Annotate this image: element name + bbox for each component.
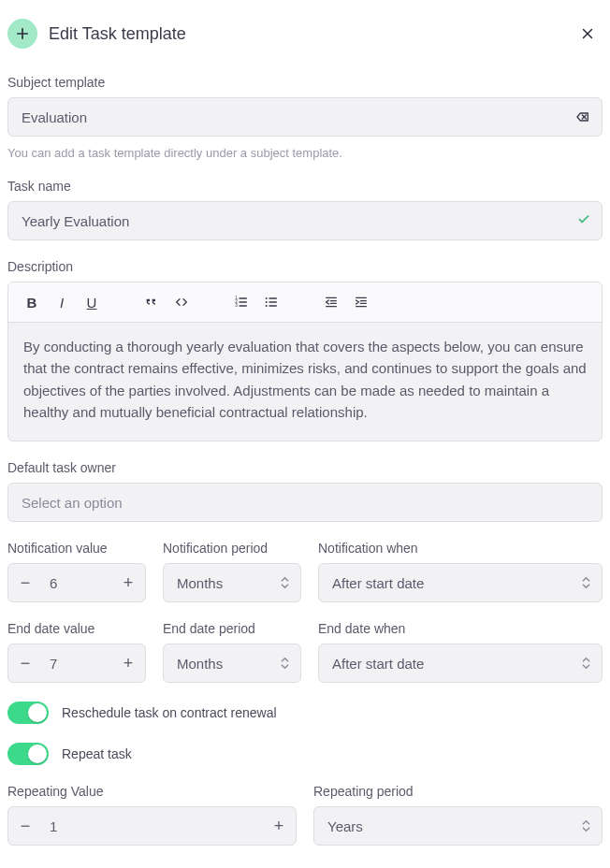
increment-button[interactable]: + bbox=[111, 564, 145, 601]
repeating-period-col: Repeating period Years bbox=[313, 784, 603, 846]
code-icon bbox=[174, 295, 189, 310]
indent-button[interactable] bbox=[349, 290, 373, 314]
list-ol-icon: 123 bbox=[234, 295, 249, 310]
chevron-updown-icon bbox=[582, 820, 590, 832]
description-textarea[interactable]: By conducting a thorough yearly evaluati… bbox=[8, 323, 602, 441]
subject-template-input[interactable]: Evaluation bbox=[7, 97, 603, 137]
bold-button[interactable]: B bbox=[20, 290, 44, 314]
svg-point-16 bbox=[266, 301, 268, 303]
default-task-owner-label: Default task owner bbox=[7, 460, 603, 475]
notification-value-col: Notification value − 6 + bbox=[7, 541, 146, 602]
end-date-period-value: Months bbox=[177, 656, 223, 672]
notification-value-stepper[interactable]: − 6 + bbox=[7, 563, 146, 602]
repeating-period-select[interactable]: Years bbox=[313, 806, 603, 846]
end-date-value-label: End date value bbox=[7, 621, 146, 636]
end-date-value: 7 bbox=[42, 656, 111, 672]
chevron-updown-icon bbox=[281, 577, 289, 589]
description-label: Description bbox=[7, 259, 603, 274]
task-name-value: Yearly Evaluation bbox=[22, 213, 129, 229]
subject-template-help: You can add a task template directly und… bbox=[7, 146, 603, 160]
notification-value: 6 bbox=[42, 575, 111, 591]
check-icon bbox=[577, 213, 590, 229]
reschedule-toggle-label: Reschedule task on contract renewal bbox=[62, 705, 277, 720]
notification-when-select[interactable]: After start date bbox=[318, 563, 603, 602]
page-title: Edit Task template bbox=[49, 24, 573, 44]
end-date-period-label: End date period bbox=[163, 621, 301, 636]
subject-template-label: Subject template bbox=[7, 75, 603, 90]
description-editor: B I U 123 By conducti bbox=[7, 282, 603, 441]
reschedule-toggle[interactable] bbox=[7, 702, 49, 724]
outdent-icon bbox=[324, 295, 339, 310]
repeating-value: 1 bbox=[42, 818, 262, 834]
increment-button[interactable]: + bbox=[111, 644, 145, 682]
repeat-toggle-label: Repeat task bbox=[62, 746, 132, 761]
svg-point-15 bbox=[266, 297, 268, 299]
decrement-button[interactable]: − bbox=[8, 644, 42, 682]
decrement-button[interactable]: − bbox=[8, 807, 42, 845]
notification-when-value: After start date bbox=[332, 575, 424, 591]
task-name-input[interactable]: Yearly Evaluation bbox=[7, 201, 603, 240]
end-date-when-label: End date when bbox=[318, 621, 603, 636]
decrement-button[interactable]: − bbox=[8, 564, 42, 601]
quote-icon bbox=[144, 295, 159, 310]
repeat-toggle-row: Repeat task bbox=[7, 743, 603, 765]
increment-button[interactable]: + bbox=[262, 807, 296, 845]
repeating-value-label: Repeating Value bbox=[7, 784, 297, 799]
svg-point-17 bbox=[266, 305, 268, 307]
notification-period-value: Months bbox=[177, 575, 223, 591]
notification-period-col: Notification period Months bbox=[163, 541, 301, 602]
clear-icon[interactable] bbox=[575, 109, 590, 124]
notification-when-label: Notification when bbox=[318, 541, 603, 556]
dialog-header: Edit Task template bbox=[7, 19, 603, 49]
list-ul-icon bbox=[264, 295, 279, 310]
notification-value-label: Notification value bbox=[7, 541, 146, 556]
default-task-owner-select[interactable]: Select an option bbox=[7, 483, 603, 522]
end-date-when-value: After start date bbox=[332, 656, 424, 672]
end-date-value-col: End date value − 7 + bbox=[7, 621, 146, 683]
repeating-period-label: Repeating period bbox=[313, 784, 603, 799]
description-section: Description B I U 123 bbox=[7, 259, 603, 441]
repeating-period-value: Years bbox=[327, 818, 363, 834]
notification-period-select[interactable]: Months bbox=[163, 563, 301, 602]
notification-when-col: Notification when After start date bbox=[318, 541, 603, 602]
unordered-list-button[interactable] bbox=[259, 290, 283, 314]
ordered-list-button[interactable]: 123 bbox=[229, 290, 254, 314]
chevron-updown-icon bbox=[582, 577, 590, 589]
notification-period-label: Notification period bbox=[163, 541, 301, 556]
italic-button[interactable]: I bbox=[50, 290, 74, 314]
end-date-value-stepper[interactable]: − 7 + bbox=[7, 644, 146, 683]
repeating-value-col: Repeating Value − 1 + bbox=[7, 784, 297, 846]
default-task-owner-section: Default task owner Select an option bbox=[7, 460, 603, 522]
end-date-period-select[interactable]: Months bbox=[163, 644, 301, 683]
notification-row: Notification value − 6 + Notification pe… bbox=[7, 541, 603, 602]
end-date-when-select[interactable]: After start date bbox=[318, 644, 603, 683]
editor-toolbar: B I U 123 bbox=[8, 282, 602, 323]
end-date-period-col: End date period Months bbox=[163, 621, 301, 683]
outdent-button[interactable] bbox=[319, 290, 343, 314]
task-name-label: Task name bbox=[7, 179, 603, 194]
end-date-when-col: End date when After start date bbox=[318, 621, 603, 683]
svg-text:3: 3 bbox=[235, 303, 238, 308]
repeating-row: Repeating Value − 1 + Repeating period Y… bbox=[7, 784, 603, 846]
indent-icon bbox=[354, 295, 369, 310]
subject-template-value: Evaluation bbox=[22, 109, 87, 125]
close-button[interactable] bbox=[573, 19, 603, 49]
chevron-updown-icon bbox=[281, 658, 289, 670]
end-date-row: End date value − 7 + End date period Mon… bbox=[7, 621, 603, 683]
underline-button[interactable]: U bbox=[80, 290, 104, 314]
default-task-owner-placeholder: Select an option bbox=[22, 495, 123, 511]
quote-button[interactable] bbox=[139, 290, 164, 314]
close-icon bbox=[579, 25, 596, 42]
task-name-section: Task name Yearly Evaluation bbox=[7, 179, 603, 240]
reschedule-toggle-row: Reschedule task on contract renewal bbox=[7, 702, 603, 724]
repeating-value-stepper[interactable]: − 1 + bbox=[7, 806, 297, 846]
subject-template-section: Subject template Evaluation You can add … bbox=[7, 75, 603, 160]
code-button[interactable] bbox=[169, 290, 194, 314]
plus-icon bbox=[7, 19, 37, 49]
chevron-updown-icon bbox=[582, 658, 590, 670]
repeat-toggle[interactable] bbox=[7, 743, 49, 765]
